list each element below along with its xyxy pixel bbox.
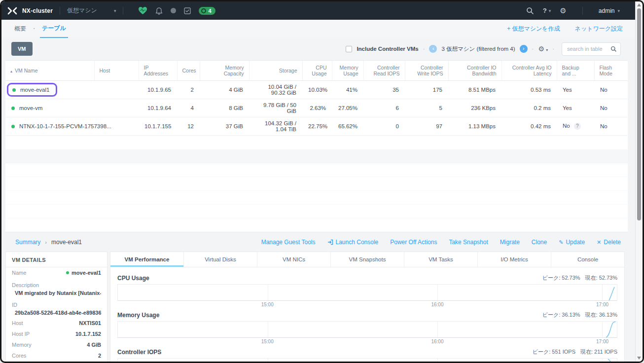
search-icon[interactable] — [526, 7, 534, 15]
cluster-name[interactable]: NX-cluster — [22, 7, 53, 14]
detail-field-cores: Cores 2 — [6, 350, 107, 361]
x-tick: 17:00 — [596, 339, 608, 344]
col-header-memory-usage[interactable]: Memory Usage — [332, 61, 363, 81]
divider — [123, 7, 123, 15]
tab-overview[interactable]: 概要 — [14, 25, 26, 33]
detail-field-id: ID 29b2a508-5226-418d-ab4e-e8983609... — [6, 298, 107, 318]
breadcrumb-summary[interactable]: Summary — [15, 239, 40, 246]
col-header-host[interactable]: Host — [94, 61, 139, 81]
col-header-vm-name[interactable]: ▴VM Name — [5, 61, 94, 81]
empty-row — [5, 205, 628, 218]
vm-name-link[interactable]: NTNX-10-1-7-155-PCVM-1757398... — [11, 123, 111, 129]
controller-iops-chart: Controller IOPS ピーク: 551 IOPS 現在: 211 IO… — [117, 348, 617, 363]
power-on-dot-icon — [12, 88, 16, 92]
tab-vm-performance[interactable]: VM Performance — [110, 252, 184, 267]
col-header-memory-capacity[interactable]: Memory Capacity — [200, 61, 249, 81]
vm-name-link[interactable]: move-vm — [11, 105, 42, 111]
page-next-icon[interactable]: › — [520, 45, 528, 53]
health-heart-icon[interactable] — [138, 6, 147, 15]
help-menu[interactable]: ? ▾ — [543, 7, 551, 14]
table-row[interactable]: move-vm 10.1.9.64 4 8 GiB 9.78 GiB / 50 … — [5, 99, 628, 117]
create-vm-link[interactable]: + 仮想マシンを作成 — [507, 25, 560, 33]
table-row[interactable]: move-eval1 10.1.9.65 2 4 GiB 10.04 GiB /… — [5, 81, 628, 99]
scroll-up-icon[interactable] — [637, 3, 641, 6]
gear-icon: ⚙ — [538, 45, 544, 53]
pencil-icon: ✎ — [559, 239, 563, 246]
col-header-io-latency[interactable]: Controller Avg IO Latency — [501, 61, 557, 81]
user-menu[interactable]: admin ▾ — [599, 7, 620, 14]
cpu-usage-chart: CPU Usage ピーク: 52.73% 現在: 52.73% 15: — [117, 274, 617, 308]
col-header-ip[interactable]: IP Addresses — [139, 61, 177, 81]
col-header-read-iops[interactable]: Controller Read IOPS — [363, 61, 405, 81]
tasks-count-badge[interactable]: 4 — [199, 7, 215, 15]
chart-plot-area[interactable] — [117, 321, 617, 338]
col-header-cores[interactable]: Cores — [177, 61, 200, 81]
table-header-row: ▴VM Name Host IP Addresses Cores Memory … — [5, 61, 628, 81]
alerts-bell-icon[interactable] — [155, 7, 163, 15]
table-row[interactable]: NTNX-10-1-7-155-PCVM-1757398... 10.1.7.1… — [5, 117, 628, 136]
manage-guest-tools-action[interactable]: Manage Guest Tools — [261, 239, 316, 246]
tab-vm-nics[interactable]: VM NICs — [257, 252, 331, 267]
power-off-actions-action[interactable]: Power Off Actions — [390, 239, 437, 246]
detail-field-memory: Memory 4 GiB — [6, 339, 107, 350]
events-dot-icon[interactable] — [171, 8, 176, 13]
col-header-backup[interactable]: Backup and ... — [557, 61, 594, 81]
tab-vm-snapshots[interactable]: VM Snapshots — [331, 252, 404, 267]
page-prev-icon[interactable]: ‹ — [429, 45, 437, 53]
settings-gear-icon[interactable]: ⚙ — [560, 6, 566, 15]
clone-action[interactable]: Clone — [532, 239, 547, 246]
vm-performance-panel: VM Performance Virtual Disks VM NICs VM … — [110, 252, 625, 363]
tab-console[interactable]: Console — [551, 252, 624, 267]
delete-action[interactable]: ✕ Delete — [597, 239, 621, 246]
empty-row — [5, 191, 628, 205]
empty-row — [5, 218, 628, 232]
col-header-flash-mode[interactable]: Flash Mode — [594, 61, 628, 81]
vm-name-link-highlighted[interactable]: move-eval1 — [7, 83, 57, 97]
help-label: ? — [543, 7, 547, 14]
tasks-checkbox-icon[interactable] — [184, 7, 191, 14]
chart-plot-area[interactable] — [117, 358, 617, 363]
scrollbar-thumb[interactable] — [637, 8, 641, 220]
scroll-down-icon[interactable] — [637, 357, 641, 360]
power-on-dot-icon — [66, 271, 69, 274]
backup-help-icon[interactable]: ? — [574, 123, 581, 130]
chart-title: Controller IOPS — [117, 349, 161, 356]
breadcrumb-current-vm: move-eval1 — [51, 239, 82, 246]
detail-header: Summary › move-eval1 Manage Guest Tools … — [5, 235, 621, 250]
launch-console-icon — [327, 239, 333, 245]
separator-dot: · — [552, 46, 554, 52]
empty-row — [5, 163, 628, 177]
tab-io-metrics[interactable]: I/O Metrics — [478, 252, 551, 267]
chevron-right-icon: › — [45, 239, 47, 245]
take-snapshot-action[interactable]: Take Snapshot — [449, 239, 488, 246]
chevron-down-icon: ▾ — [549, 8, 551, 13]
memory-usage-chart: Memory Usage ピーク: 36.13% 現在: 36.13% — [117, 311, 617, 345]
migrate-action[interactable]: Migrate — [500, 239, 520, 246]
tab-vm-tasks[interactable]: VM Tasks — [404, 252, 478, 267]
col-header-write-iops[interactable]: Controller Write IOPS — [405, 61, 448, 81]
vm-scope-button[interactable]: VM — [11, 42, 33, 56]
chart-plot-area[interactable] — [117, 284, 617, 301]
table-settings-menu[interactable]: ⚙ ▾ — [538, 45, 548, 53]
tab-table[interactable]: テーブル — [42, 24, 66, 34]
launch-console-action[interactable]: Launch Console — [327, 239, 379, 246]
include-controller-checkbox[interactable] — [346, 46, 352, 52]
vertical-scrollbar[interactable] — [635, 1, 643, 362]
empty-row — [5, 150, 628, 163]
col-header-storage[interactable]: Storage — [249, 61, 302, 81]
col-header-io-bandwidth[interactable]: Controller IO Bandwidth — [448, 61, 501, 81]
chevron-down-icon: ▾ — [617, 8, 620, 13]
separator-dot: · — [423, 46, 425, 52]
progress-ring-icon — [201, 8, 206, 13]
current-value: 現在: 52.73% — [585, 274, 617, 282]
col-header-cpu-usage[interactable]: CPU Usage — [302, 61, 332, 81]
update-action[interactable]: ✎ Update — [559, 239, 585, 246]
nutanix-logo-icon[interactable] — [7, 6, 17, 16]
vm-name: move-eval1 — [20, 87, 49, 93]
entity-selector[interactable]: 仮想マシン ▾ — [67, 6, 116, 15]
network-settings-link[interactable]: ネットワーク設定 — [575, 25, 623, 33]
tab-virtual-disks[interactable]: Virtual Disks — [184, 252, 257, 267]
include-controller-label[interactable]: Include Controller VMs — [357, 46, 418, 52]
detail-tabs: VM Performance Virtual Disks VM NICs VM … — [110, 252, 624, 267]
power-on-dot-icon — [11, 125, 15, 128]
